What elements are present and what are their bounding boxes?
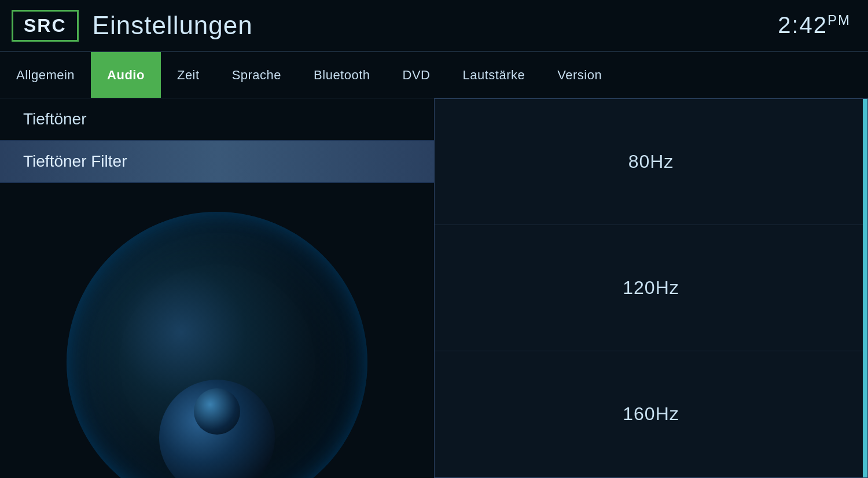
tab-bluetooth[interactable]: Bluetooth bbox=[297, 52, 386, 98]
left-menu: TieftönerTieftöner Filter bbox=[0, 98, 434, 183]
main-content: TieftönerTieftöner Filter 80Hz120Hz160Hz bbox=[0, 98, 868, 478]
menu-item-tieftoener-filter[interactable]: Tieftöner Filter bbox=[0, 141, 434, 183]
tab-version[interactable]: Version bbox=[541, 52, 618, 98]
header: SRC Einstellungen 2:42PM bbox=[0, 0, 868, 52]
dropdown-option-160hz[interactable]: 160Hz bbox=[435, 351, 867, 477]
dropdown-panel: 80Hz120Hz160Hz bbox=[434, 98, 868, 478]
tab-zeit[interactable]: Zeit bbox=[161, 52, 216, 98]
tab-sprache[interactable]: Sprache bbox=[216, 52, 297, 98]
left-panel: TieftönerTieftöner Filter bbox=[0, 98, 434, 478]
menu-item-tieftoener[interactable]: Tieftöner bbox=[0, 98, 434, 141]
nav-tabs: AllgemeinAudioZeitSpracheBluetoothDVDLau… bbox=[0, 52, 868, 98]
src-button[interactable]: SRC bbox=[12, 10, 79, 42]
speaker-background bbox=[67, 212, 367, 478]
speaker-inner bbox=[159, 380, 275, 478]
scrollbar[interactable] bbox=[863, 99, 867, 477]
clock-ampm: PM bbox=[827, 12, 851, 28]
clock-display: 2:42PM bbox=[778, 12, 851, 38]
tab-allgemein[interactable]: Allgemein bbox=[0, 52, 91, 98]
dropdown-option-120hz[interactable]: 120Hz bbox=[435, 225, 867, 351]
tab-audio[interactable]: Audio bbox=[91, 52, 161, 98]
page-title: Einstellungen bbox=[93, 11, 253, 40]
speaker-center bbox=[194, 388, 240, 435]
dropdown-option-80hz[interactable]: 80Hz bbox=[435, 99, 867, 225]
tab-lautstaerke[interactable]: Lautstärke bbox=[447, 52, 542, 98]
clock-time: 2:42 bbox=[778, 13, 827, 38]
tab-dvd[interactable]: DVD bbox=[387, 52, 447, 98]
header-left: SRC Einstellungen bbox=[12, 10, 253, 42]
